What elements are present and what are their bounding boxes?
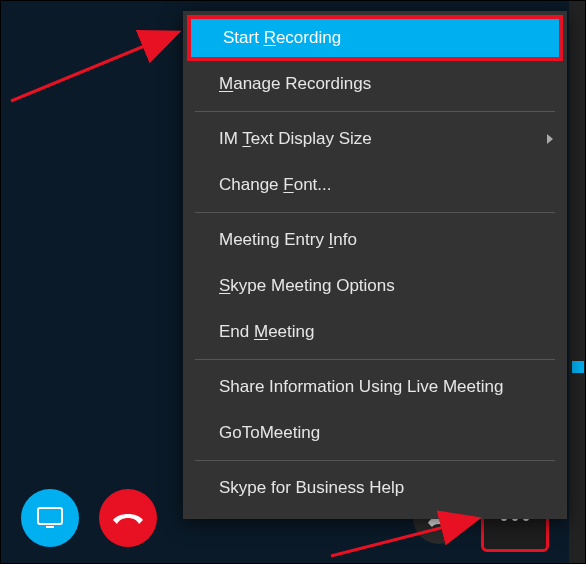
menu-pointer-icon (503, 469, 531, 483)
menu-item-meeting-entry-info[interactable]: Meeting Entry Info (183, 217, 567, 263)
scrollbar-thumb[interactable] (572, 361, 584, 373)
svg-line-8 (11, 33, 176, 101)
menu-item-end-meeting[interactable]: End Meeting (183, 309, 567, 355)
menu-item-label: End Meeting (219, 322, 314, 342)
hang-up-button[interactable] (99, 489, 157, 547)
menu-item-share-live-meeting[interactable]: Share Information Using Live Meeting (183, 364, 567, 410)
phone-hangup-icon (111, 508, 145, 528)
menu-item-label: GoToMeeting (219, 423, 320, 443)
menu-item-label: Manage Recordings (219, 74, 371, 94)
menu-item-label: IM Text Display Size (219, 129, 372, 149)
monitor-icon (36, 506, 64, 530)
menu-item-label: Meeting Entry Info (219, 230, 357, 250)
menu-item-label: Share Information Using Live Meeting (219, 377, 503, 397)
menu-separator (195, 212, 555, 213)
more-options-menu: Start Recording Manage Recordings IM Tex… (183, 11, 567, 519)
scrollbar[interactable] (569, 1, 585, 563)
menu-item-label: Skype Meeting Options (219, 276, 395, 296)
menu-item-skype-meeting-options[interactable]: Skype Meeting Options (183, 263, 567, 309)
svg-rect-0 (38, 508, 62, 524)
menu-item-label: Skype for Business Help (219, 478, 404, 498)
menu-item-label: Change Font... (219, 175, 331, 195)
menu-item-gotomeeting[interactable]: GoToMeeting (183, 410, 567, 456)
submenu-arrow-icon (547, 134, 553, 144)
menu-item-im-text-display-size[interactable]: IM Text Display Size (183, 116, 567, 162)
svg-rect-1 (46, 526, 54, 528)
menu-item-label: Start Recording (223, 28, 341, 48)
menu-item-manage-recordings[interactable]: Manage Recordings (183, 61, 567, 107)
present-button[interactable] (21, 489, 79, 547)
menu-item-start-recording[interactable]: Start Recording (187, 15, 563, 61)
menu-separator (195, 359, 555, 360)
menu-separator (195, 111, 555, 112)
menu-separator (195, 460, 555, 461)
menu-item-change-font[interactable]: Change Font... (183, 162, 567, 208)
